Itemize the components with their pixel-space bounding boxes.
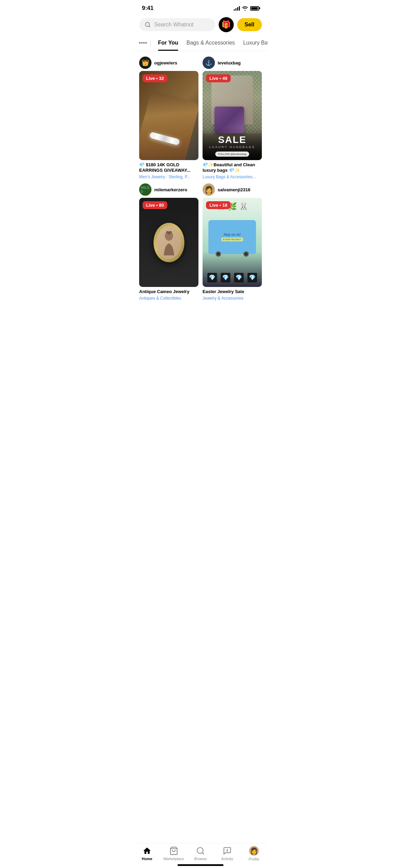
home-indicator [178,864,223,866]
stream-category-salvamenji: Jewelry & Accessories [203,296,262,301]
category-tabs: For You Bags & Accessories Luxury Bags [134,35,267,51]
thumbnail-milemarkerzero: Live • 80 [139,198,198,287]
stream-card-milemarkerzero[interactable]: MILE0 milemarkerzero [139,183,198,300]
crown-icon: 👑 [142,59,149,67]
tab-luxury-bags[interactable]: Luxury Bags [239,35,267,51]
stream-title-ogjewelers: 💎 $180 14K GOLD EARRINGS GIVEAWAY... [139,162,198,174]
svg-line-8 [202,853,204,854]
svg-line-1 [149,26,150,27]
stream-title-leveluxbag: 💎✨Beautiful and Clean luxury bags 💎✨ [203,162,262,174]
status-icons [234,6,259,11]
stream-category-ogjewelers: Men's Jewelry · Sterling, P... [139,174,198,179]
search-bar-row: Search Whatnot 🎁 Sell [134,14,267,35]
username-row: 👑 ogjewelers [139,57,198,69]
search-icon [145,22,151,28]
avatar-leveluxbag: ⚓ [203,57,215,69]
stream-card-salvamenji[interactable]: 👩 salvamenji2316 🐰 🌿 🐰 Hop on in! EVERYB… [203,183,262,300]
person-avatar-icon: 👩 [205,185,213,194]
sale-overlay: SALE LUXURY HANDBAGS FOLLOW @leveluxbag [203,128,262,160]
stream-title-salvamenji: Easter Jewelry Sale [203,289,262,295]
gift-icon: 🎁 [221,20,231,29]
live-badge-milemarkerzero: Live • 80 [143,201,167,209]
nav-marketplace-label: Marketplace [163,857,184,861]
mile-zero-icon: MILE0 [141,185,150,194]
nav-browse[interactable]: Browse [190,846,211,861]
nav-browse-label: Browse [194,857,207,861]
username-ogjewelers: ogjewelers [154,60,177,65]
nav-profile[interactable]: 👩 Profile [244,846,264,861]
battery-icon [250,6,259,11]
username-milemarkerzero: milemarkerzero [154,187,187,192]
search-input-wrap[interactable]: Search Whatnot [139,18,215,31]
tab-bags-accessories[interactable]: Bags & Accessories [182,35,239,51]
stream-title-milemarkerzero: Antique Cameo Jewelry [139,289,198,295]
activity-icon [223,846,232,855]
ship-icon: ⚓ [205,60,212,66]
home-icon [143,846,151,855]
avatar-salvamenji: 👩 [203,183,215,196]
stream-card-leveluxbag[interactable]: ⚓ leveluxbag SALE LUXURY HANDBAGS FOLLOW… [203,57,262,179]
username-row: MILE0 milemarkerzero [139,183,198,196]
nav-home-label: Home [142,857,153,861]
username-row: 👩 salvamenji2316 [203,183,262,196]
thumbnail-salvamenji: 🐰 🌿 🐰 Hop on in! EVERYBUNNY 💎 [203,198,262,287]
stream-info-ogjewelers: 💎 $180 14K GOLD EARRINGS GIVEAWAY... Men… [139,160,198,180]
status-time: 9:41 [142,5,154,12]
nav-home[interactable]: Home [137,846,157,861]
profile-avatar-icon: 👩 [250,847,258,855]
sale-text: SALE [206,134,258,145]
username-salvamenji: salvamenji2316 [218,187,250,192]
stream-card-ogjewelers[interactable]: 👑 ogjewelers Live • 32 💎 $180 14K GOLD E… [139,57,198,179]
avatar-milemarkerzero: MILE0 [139,183,151,196]
nav-activity[interactable]: Activity [217,846,238,861]
username-row: ⚓ leveluxbag [203,57,262,69]
search-placeholder: Search Whatnot [154,22,194,28]
follow-tag: FOLLOW @leveluxbag [215,152,249,157]
browse-icon [196,846,205,855]
stream-category-milemarkerzero: Antiques & Collectibles [139,296,198,301]
wifi-icon [242,6,248,11]
dots-menu[interactable] [139,42,147,44]
stream-info-milemarkerzero: Antique Cameo Jewelry Antiques & Collect… [139,287,198,301]
live-badge-salvamenji: Live • 18 [206,201,231,209]
nav-profile-label: Profile [248,857,259,861]
status-bar: 9:41 [134,0,267,14]
stream-info-leveluxbag: 💎✨Beautiful and Clean luxury bags 💎✨ Lux… [203,160,262,180]
thumbnail-leveluxbag: SALE LUXURY HANDBAGS FOLLOW @leveluxbag … [203,71,262,160]
nav-profile-avatar: 👩 [249,846,259,856]
sale-sub: LUXURY HANDBAGS [206,145,258,149]
live-badge-leveluxbag: Live • 49 [206,74,231,82]
username-leveluxbag: leveluxbag [218,60,241,65]
nav-activity-label: Activity [221,857,233,861]
stream-grid: 👑 ogjewelers Live • 32 💎 $180 14K GOLD E… [134,51,267,306]
gift-button[interactable]: 🎁 [219,17,234,32]
marketplace-icon [169,846,178,855]
stream-info-salvamenji: Easter Jewelry Sale Jewelry & Accessorie… [203,287,262,301]
svg-point-5 [170,231,172,233]
signal-icon [234,6,240,11]
live-badge-ogjewelers: Live • 32 [143,74,167,82]
nav-marketplace[interactable]: Marketplace [163,846,184,861]
tab-divider [150,39,150,46]
thumbnail-ogjewelers: Live • 32 [139,71,198,160]
avatar-ogjewelers: 👑 [139,57,151,69]
tab-for-you[interactable]: For You [154,35,182,51]
stream-category-leveluxbag: Luxury Bags & Accessories... [203,174,262,179]
sell-button[interactable]: Sell [237,18,262,31]
svg-point-9 [227,851,227,852]
svg-point-4 [166,231,168,233]
